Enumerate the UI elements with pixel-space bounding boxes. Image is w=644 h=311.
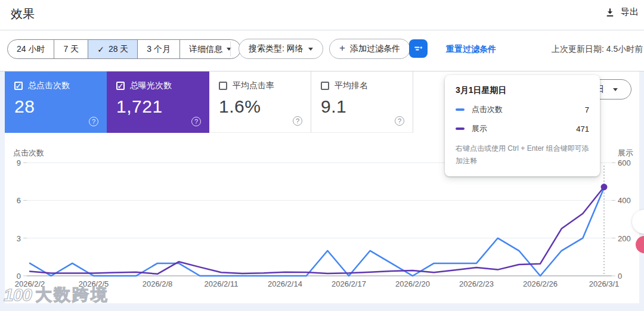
- svg-text:3: 3: [17, 234, 21, 243]
- metric-value: 9.1: [321, 97, 403, 117]
- svg-text:2026/2/8: 2026/2/8: [143, 279, 173, 288]
- chevron-down-icon: [613, 88, 618, 94]
- svg-text:2026/2/20: 2026/2/20: [395, 279, 430, 288]
- svg-text:2026/2/11: 2026/2/11: [205, 279, 239, 288]
- metric-card-average-ctr[interactable]: 平均点击率 1.6% ?: [209, 71, 311, 133]
- checkbox-checked-icon[interactable]: ✓: [116, 82, 125, 90]
- search-type-dropdown[interactable]: 搜索类型: 网络: [239, 39, 323, 59]
- metric-label: 平均点击率: [233, 80, 274, 91]
- help-icon[interactable]: ?: [89, 117, 98, 126]
- header-divider: [0, 30, 644, 30]
- date-range-details-dropdown[interactable]: 详细信息: [180, 40, 240, 58]
- metric-card-total-clicks[interactable]: ✓ 总点击次数 28 ?: [5, 71, 107, 133]
- svg-text:400: 400: [618, 196, 631, 205]
- last-updated-text: 上次更新日期: 4.5小时前: [552, 44, 643, 55]
- plus-icon: +: [339, 42, 345, 54]
- svg-text:200: 200: [618, 234, 631, 243]
- metric-card-total-impressions[interactable]: ✓ 总曝光次数 1,721 ?: [107, 71, 209, 133]
- export-button[interactable]: 导出: [605, 7, 639, 18]
- export-label: 导出: [621, 7, 639, 18]
- search-console-performance-page: 效果 导出 24 小时 7 天 ✓ 28 天 3 个月 详细信息 搜索类型: 网…: [0, 0, 644, 311]
- reset-filters-link[interactable]: 重置过滤条件: [446, 44, 496, 55]
- add-filter-button[interactable]: + 添加过滤条件: [329, 39, 410, 59]
- svg-text:2026/3/1: 2026/3/1: [589, 279, 620, 288]
- tooltip-annotation-hint: 右键点击或使用 Ctrl + Enter 组合键即可添加注释: [456, 142, 589, 167]
- metric-label: 总曝光次数: [130, 80, 172, 91]
- checkmark-icon: ✓: [97, 45, 104, 54]
- metric-value: 1,721: [116, 97, 200, 117]
- tooltip-row-impressions: 展示 471: [456, 123, 589, 134]
- svg-text:2026/2/17: 2026/2/17: [332, 279, 366, 288]
- page-title: 效果: [11, 6, 35, 22]
- filter-toggle-button[interactable]: [409, 39, 428, 58]
- svg-text:6: 6: [17, 196, 21, 205]
- date-range-28d-selected[interactable]: ✓ 28 天: [88, 40, 138, 58]
- svg-text:2026/2/26: 2026/2/26: [523, 279, 558, 288]
- svg-text:2026/2/5: 2026/2/5: [79, 279, 109, 288]
- checkbox-unchecked-icon[interactable]: [321, 82, 329, 90]
- tooltip-row-clicks: 点击次数 7: [456, 104, 589, 115]
- filter-separator: [230, 41, 231, 57]
- download-icon: [605, 7, 615, 18]
- metric-label: 总点击次数: [28, 80, 70, 91]
- help-icon[interactable]: ?: [191, 117, 201, 126]
- tooltip-date: 3月1日星期日: [456, 85, 589, 96]
- metric-label: 平均排名: [335, 80, 368, 91]
- date-range-3m[interactable]: 3 个月: [138, 40, 180, 58]
- date-range-group: 24 小时 7 天 ✓ 28 天 3 个月 详细信息: [7, 39, 241, 59]
- svg-text:2026/2/14: 2026/2/14: [268, 279, 302, 288]
- chart-tooltip: 3月1日星期日 点击次数 7 展示 471 右键点击或使用 Ctrl + Ent…: [445, 75, 600, 176]
- svg-text:2026/2/23: 2026/2/23: [459, 279, 494, 288]
- help-icon[interactable]: ?: [395, 116, 404, 126]
- checkbox-unchecked-icon[interactable]: [219, 82, 227, 90]
- svg-text:2026/2/2: 2026/2/2: [15, 279, 45, 288]
- metric-value: 1.6%: [219, 97, 301, 117]
- metric-value: 28: [14, 97, 97, 117]
- date-range-24h[interactable]: 24 小时: [8, 40, 54, 58]
- metric-card-average-position[interactable]: 平均排名 9.1 ?: [311, 71, 413, 133]
- date-range-7d[interactable]: 7 天: [54, 40, 88, 58]
- checkbox-checked-icon[interactable]: ✓: [14, 82, 23, 90]
- chevron-down-icon: [308, 48, 313, 53]
- tune-sparkle-icon: [413, 43, 424, 54]
- help-icon[interactable]: ?: [293, 116, 302, 126]
- impressions-series-swatch: [456, 127, 465, 130]
- svg-text:600: 600: [618, 158, 631, 167]
- svg-text:9: 9: [17, 158, 21, 167]
- clicks-series-swatch: [456, 108, 465, 111]
